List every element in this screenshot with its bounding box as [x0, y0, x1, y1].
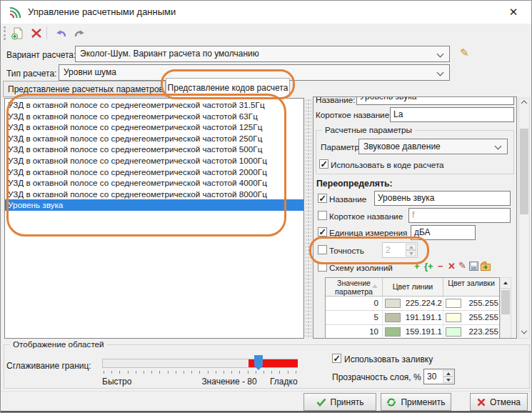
opacity-value: 30: [427, 372, 436, 382]
edit-pencil-icon[interactable]: ✎: [460, 46, 469, 59]
panel-scroll-up-button[interactable]: [519, 99, 529, 109]
isoline-import-icon[interactable]: [481, 261, 491, 271]
list-item[interactable]: Уровень звука: [5, 199, 303, 211]
slider-tick: [199, 371, 200, 374]
list-item[interactable]: УЗД в октавной полосе со среднегеометрич…: [5, 166, 303, 178]
fill-color-cell: 223.255: [443, 325, 499, 339]
variant-label: Вариант расчета:: [6, 50, 76, 60]
precision-spinner[interactable]: 2: [382, 242, 418, 258]
list-item[interactable]: УЗД в октавной полосе со среднегеометрич…: [5, 99, 303, 111]
isoline-add-group-icon[interactable]: {+: [424, 261, 433, 272]
isoline-save-icon[interactable]: [469, 262, 478, 271]
accept-check-icon: [316, 398, 326, 407]
override-short-name-checkbox[interactable]: [318, 211, 327, 220]
smoothing-label: Сглаживание границ:: [6, 361, 91, 371]
apply-button-label: Применить: [401, 397, 445, 407]
delete-x-icon: [31, 28, 42, 39]
parameter-combobox[interactable]: Звуковое давление: [358, 139, 508, 154]
slider-tick: [216, 371, 216, 374]
table-row[interactable]: 10159.191.1223.255: [326, 325, 499, 339]
undo-icon: [55, 29, 67, 39]
chevron-down-icon: [437, 69, 444, 76]
variant-combobox[interactable]: Эколог-Шум. Вариант расчета по умолчанию: [75, 46, 450, 62]
slider-right-label: Гладко: [270, 377, 298, 387]
list-item[interactable]: УЗД в октавной полосе со среднегеометрич…: [5, 111, 303, 122]
fill-color-text: 255.255: [468, 313, 498, 322]
isoline-add-icon[interactable]: +: [414, 261, 420, 272]
table-header-row: Значение параметра Цвет линии Цвет залив…: [326, 278, 499, 297]
override-name-label: Название: [329, 194, 366, 204]
panel-scrollbar-thumb[interactable]: [520, 129, 528, 214]
cancel-x-icon: [477, 398, 486, 407]
override-short-name-input[interactable]: f: [408, 208, 511, 223]
panel-scroll-down-button[interactable]: [519, 327, 529, 338]
list-item[interactable]: УЗД в октавной полосе со среднегеометрич…: [5, 133, 303, 144]
apply-button[interactable]: Применить: [381, 393, 451, 411]
panel-scrollbar[interactable]: [518, 98, 530, 339]
cancel-button[interactable]: Отмена: [470, 393, 528, 411]
fill-color-cell: 255.255: [443, 297, 499, 310]
redo-button[interactable]: [71, 25, 88, 41]
list-item[interactable]: УЗД в октавной полосе со среднегеометрич…: [5, 144, 303, 155]
fill-color-text: 223.255: [468, 327, 498, 336]
areas-display-group-title: Отображение областей: [10, 339, 107, 349]
smoothing-slider-track[interactable]: [102, 359, 298, 368]
table-scrollbar-thumb[interactable]: [501, 290, 510, 314]
table-scrollbar[interactable]: [500, 277, 511, 339]
list-item[interactable]: УЗД в октавной полосе со среднегеометрич…: [5, 177, 303, 189]
opacity-spinner[interactable]: 30: [423, 369, 455, 384]
table-row[interactable]: 0225.224.2255.255: [326, 297, 499, 311]
toolbar-grip[interactable]: [4, 26, 6, 40]
table-row[interactable]: 5191.191.1255.255: [326, 311, 499, 325]
column-header-line-color[interactable]: Цвет линии: [383, 278, 443, 296]
list-item[interactable]: УЗД в октавной полосе со среднегеометрич…: [5, 189, 303, 200]
precision-checkbox[interactable]: [318, 245, 327, 254]
delete-record-button[interactable]: [28, 25, 45, 41]
calc-type-label: Тип расчета:: [6, 69, 56, 79]
table-scroll-up-button[interactable]: [501, 278, 511, 289]
isoline-edit-pencil-icon[interactable]: ✎: [458, 260, 466, 271]
list-item[interactable]: УЗД в октавной полосе со среднегеометрич…: [5, 121, 303, 133]
redo-icon: [74, 29, 86, 39]
slider-tick: [104, 371, 104, 374]
fill-color-cell: 255.255: [443, 311, 499, 324]
dialog-window: Управление расчетными данными ✕: [0, 0, 532, 413]
override-short-name-value: f: [412, 210, 414, 220]
column-header-fill-color[interactable]: Цвет заливки: [443, 278, 499, 296]
override-unit-checkbox[interactable]: [318, 227, 327, 237]
short-name-input[interactable]: La: [390, 107, 514, 122]
slider-tick: [248, 371, 249, 374]
spin-down-icon[interactable]: [406, 250, 416, 257]
tab-codes-view[interactable]: Представление кодов расчета: [166, 78, 290, 98]
calc-params-group-title: Расчетные параметры: [322, 125, 415, 134]
list-item[interactable]: УЗД в октавной полосе со среднегеометрич…: [5, 155, 303, 166]
override-section-title: Переопределять:: [316, 179, 393, 189]
variant-value: Эколог-Шум. Вариант расчета по умолчанию: [80, 49, 259, 59]
column-header-value[interactable]: Значение параметра: [326, 278, 383, 296]
codes-list[interactable]: УЗД в октавной полосе со среднегеометрич…: [4, 98, 304, 339]
override-short-name-label: Короткое название: [329, 212, 403, 221]
override-name-checkbox[interactable]: [318, 194, 327, 203]
override-name-input[interactable]: Уровень звука: [374, 191, 511, 206]
override-unit-label: Единица измерения: [329, 228, 407, 237]
isoline-delete-icon[interactable]: ✕: [448, 261, 456, 272]
add-record-button[interactable]: [9, 25, 26, 41]
column-header-value-text: Значение параметра: [335, 279, 373, 296]
tab-parameters-view[interactable]: Представление расчетных параметров: [3, 81, 166, 97]
name-input[interactable]: Уровень звука: [356, 96, 514, 105]
splitter-handle[interactable]: [306, 98, 311, 339]
accept-button[interactable]: Принять: [303, 393, 376, 411]
use-in-code-checkbox[interactable]: [319, 159, 328, 169]
calc-type-value: Уровни шума: [64, 67, 116, 77]
isoline-remove-icon[interactable]: −: [438, 261, 443, 272]
spin-up-icon[interactable]: [443, 370, 453, 377]
spin-down-icon[interactable]: [443, 377, 453, 383]
use-fill-checkbox[interactable]: [332, 354, 341, 363]
isoline-scheme-checkbox[interactable]: [318, 262, 327, 272]
override-unit-input[interactable]: дБА: [411, 225, 476, 240]
override-unit-value: дБА: [414, 227, 431, 237]
fill-color-swatch: [446, 313, 461, 322]
close-icon[interactable]: ✕: [504, 4, 523, 20]
undo-button[interactable]: [52, 25, 69, 41]
spin-up-icon[interactable]: [406, 244, 416, 250]
